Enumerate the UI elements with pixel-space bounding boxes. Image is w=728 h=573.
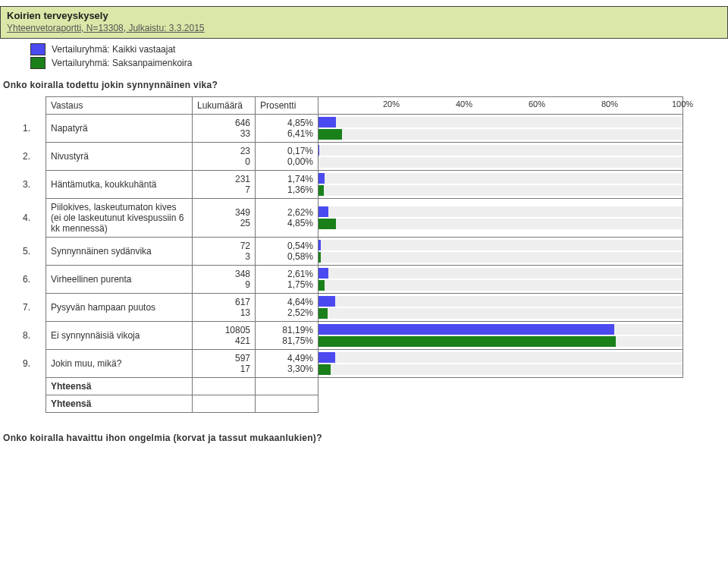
bar-series-b	[318, 129, 342, 140]
bar-series-b	[318, 280, 325, 291]
legend-swatch-blue	[30, 43, 46, 55]
count-cell: 3489	[193, 266, 256, 294]
table-row: 2.Nivustyrä2300,17%0,00%	[23, 143, 683, 171]
row-index: 1.	[23, 115, 46, 143]
bar-chart-cell	[318, 238, 683, 266]
answer-label: Häntämutka, koukkuhäntä	[46, 171, 193, 199]
count-cell: 230	[193, 143, 256, 171]
bar-chart-cell	[318, 266, 683, 294]
percent-cell: 1,74%1,36%	[256, 171, 318, 199]
answer-label: Piilokives, laskeutumaton kives (ei ole …	[46, 199, 193, 238]
legend-swatch-green	[30, 57, 46, 69]
bar-series-b	[318, 219, 336, 229]
legend-item: Vertailuryhmä: Kaikki vastaajat	[30, 43, 728, 55]
col-count: Lukumäärä	[193, 97, 256, 115]
percent-cell: 2,62%4,85%	[256, 199, 318, 238]
row-index: 8.	[23, 322, 46, 350]
row-index: 3.	[23, 171, 46, 199]
col-answer: Vastaus	[46, 97, 193, 115]
row-index: 2.	[23, 143, 46, 171]
totals-label: Yhteensä	[46, 395, 193, 413]
results-table: Vastaus Lukumäärä Prosentti 20% 40% 60% …	[23, 96, 683, 413]
bar-series-a	[318, 173, 325, 184]
count-cell: 34925	[193, 199, 256, 238]
report-title: Koirien terveyskysely	[7, 10, 721, 21]
percent-cell: 2,61%1,75%	[256, 266, 318, 294]
count-cell: 64633	[193, 115, 256, 143]
bar-series-b	[318, 364, 331, 375]
next-question-title: Onko koiralla havaittu ihon ongelmia (ko…	[3, 433, 728, 443]
answer-label: Napatyrä	[46, 115, 193, 143]
count-cell: 10805421	[193, 322, 256, 350]
report-subtitle: Yhteenvetoraportti, N=13308, Julkaistu: …	[7, 23, 721, 33]
count-cell: 59717	[193, 350, 256, 378]
table-row: 4.Piilokives, laskeutumaton kives (ei ol…	[23, 199, 683, 238]
legend: Vertailuryhmä: Kaikki vastaajat Vertailu…	[30, 43, 728, 69]
percent-cell: 0,17%0,00%	[256, 143, 318, 171]
axis-tick: 100%	[672, 99, 693, 109]
report-header: Koirien terveyskysely Yhteenvetoraportti…	[0, 6, 728, 39]
answer-label: Ei synnynnäisiä vikoja	[46, 322, 193, 350]
bar-chart-cell	[318, 171, 683, 199]
legend-item: Vertailuryhmä: Saksanpaimenkoira	[30, 57, 728, 69]
bar-series-b	[318, 336, 616, 347]
row-index: 6.	[23, 266, 46, 294]
answer-label: Jokin muu, mikä?	[46, 350, 193, 378]
table-row: 9.Jokin muu, mikä?597174,49%3,30%	[23, 350, 683, 378]
bar-series-b	[318, 185, 324, 196]
axis-tick: 40%	[456, 99, 472, 109]
bar-chart-cell	[318, 143, 683, 171]
answer-label: Pysyvän hampaan puutos	[46, 294, 193, 322]
bar-series-b	[318, 252, 321, 263]
table-row: 5.Synnynnäinen sydänvika7230,54%0,58%	[23, 238, 683, 266]
col-chart: 20% 40% 60% 80% 100%	[318, 97, 683, 115]
table-row: 7.Pysyvän hampaan puutos617134,64%2,52%	[23, 294, 683, 322]
bar-chart-cell	[318, 350, 683, 378]
axis-ticks: 20% 40% 60% 80% 100%	[318, 97, 682, 114]
bar-series-a	[318, 117, 336, 128]
count-cell: 61713	[193, 294, 256, 322]
bar-chart-cell	[318, 199, 683, 238]
answer-label: Nivustyrä	[46, 143, 193, 171]
table-row: 1.Napatyrä646334,85%6,41%	[23, 115, 683, 143]
bar-series-a	[318, 296, 335, 307]
axis-tick: 80%	[601, 99, 618, 109]
percent-cell: 4,49%3,30%	[256, 350, 318, 378]
question-title: Onko koiralla todettu jokin synnynnäinen…	[3, 80, 728, 90]
percent-cell: 81,19%81,75%	[256, 322, 318, 350]
row-index: 9.	[23, 350, 46, 378]
row-index: 4.	[23, 199, 46, 238]
percent-cell: 0,54%0,58%	[256, 238, 318, 266]
bar-series-a	[318, 268, 328, 279]
answer-label: Synnynnäinen sydänvika	[46, 238, 193, 266]
bar-series-a	[318, 324, 614, 335]
table-row: 6.Virheellinen purenta34892,61%1,75%	[23, 266, 683, 294]
bar-series-a	[318, 206, 328, 217]
answer-label: Virheellinen purenta	[46, 266, 193, 294]
row-index: 5.	[23, 238, 46, 266]
bar-series-a	[318, 352, 335, 363]
percent-cell: 4,64%2,52%	[256, 294, 318, 322]
table-row: 8.Ei synnynnäisiä vikoja1080542181,19%81…	[23, 322, 683, 350]
col-spacer	[23, 97, 46, 115]
bar-series-b	[318, 308, 328, 319]
col-percent: Prosentti	[256, 97, 318, 115]
bar-chart-cell	[318, 294, 683, 322]
legend-label-b: Vertailuryhmä: Saksanpaimenkoira	[52, 58, 192, 68]
totals-label: Yhteensä	[46, 378, 193, 395]
bar-chart-cell	[318, 322, 683, 350]
percent-cell: 4,85%6,41%	[256, 115, 318, 143]
count-cell: 2317	[193, 171, 256, 199]
bar-series-a	[318, 145, 319, 156]
bar-chart-cell	[318, 115, 683, 143]
axis-tick: 60%	[529, 99, 545, 109]
table-row: 3.Häntämutka, koukkuhäntä23171,74%1,36%	[23, 171, 683, 199]
axis-tick: 20%	[383, 99, 400, 109]
bar-series-a	[318, 240, 321, 250]
legend-label-a: Vertailuryhmä: Kaikki vastaajat	[52, 44, 175, 55]
count-cell: 723	[193, 238, 256, 266]
row-index: 7.	[23, 294, 46, 322]
